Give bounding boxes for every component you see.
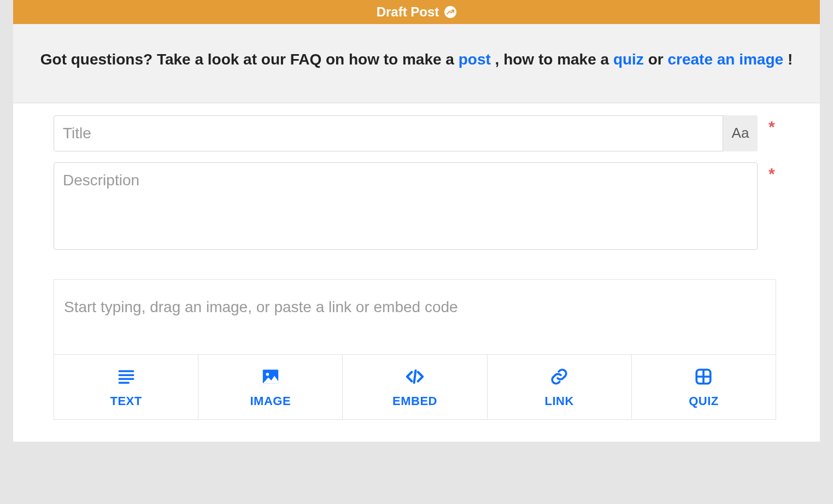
faq-banner: Got questions? Take a look at our FAQ on… [13, 24, 820, 103]
faq-link-create-image[interactable]: create an image [667, 51, 783, 68]
image-icon [261, 367, 280, 386]
title-input[interactable] [54, 115, 758, 151]
insert-embed-label: EMBED [392, 394, 437, 408]
insert-embed-button[interactable]: EMBED [343, 355, 487, 419]
code-icon [406, 367, 424, 386]
svg-point-1 [266, 373, 269, 376]
insert-link-button[interactable]: LINK [488, 355, 632, 419]
description-row: * [54, 162, 798, 252]
title-field-wrap: Aa [54, 115, 758, 151]
text-lines-icon [117, 367, 136, 386]
faq-text-suffix: ! [788, 51, 793, 68]
link-icon [550, 367, 568, 386]
insert-text-button[interactable]: TEXT [54, 355, 198, 419]
description-input[interactable] [54, 162, 758, 250]
content-block: TEXT IMAGE EMBED [54, 279, 776, 420]
title-row: Aa * [54, 115, 798, 151]
insert-image-button[interactable]: IMAGE [198, 355, 343, 419]
header-title: Draft Post [377, 4, 439, 20]
faq-text-mid1: , how to make a [495, 51, 613, 68]
insert-image-label: IMAGE [250, 394, 291, 408]
description-field-wrap [54, 162, 758, 252]
editor-card: Aa * * TEXT [13, 103, 820, 442]
faq-link-quiz[interactable]: quiz [613, 51, 644, 68]
title-case-toggle-button[interactable]: Aa [723, 115, 758, 151]
insert-text-label: TEXT [110, 394, 142, 408]
up-trend-icon [444, 6, 456, 18]
faq-text-prefix: Got questions? Take a look at our FAQ on… [40, 51, 459, 68]
insert-quiz-label: QUIZ [689, 394, 719, 408]
insert-toolbar: TEXT IMAGE EMBED [54, 354, 776, 419]
required-marker: * [769, 162, 779, 182]
page: Draft Post Got questions? Take a look at… [0, 0, 833, 455]
grid-icon [694, 367, 713, 386]
faq-link-post[interactable]: post [459, 51, 491, 68]
faq-text-mid2: or [648, 51, 668, 68]
insert-quiz-button[interactable]: QUIZ [632, 355, 776, 419]
required-marker: * [769, 115, 779, 135]
insert-link-label: LINK [545, 394, 574, 408]
draft-post-header: Draft Post [13, 0, 820, 24]
content-input[interactable] [54, 280, 776, 354]
